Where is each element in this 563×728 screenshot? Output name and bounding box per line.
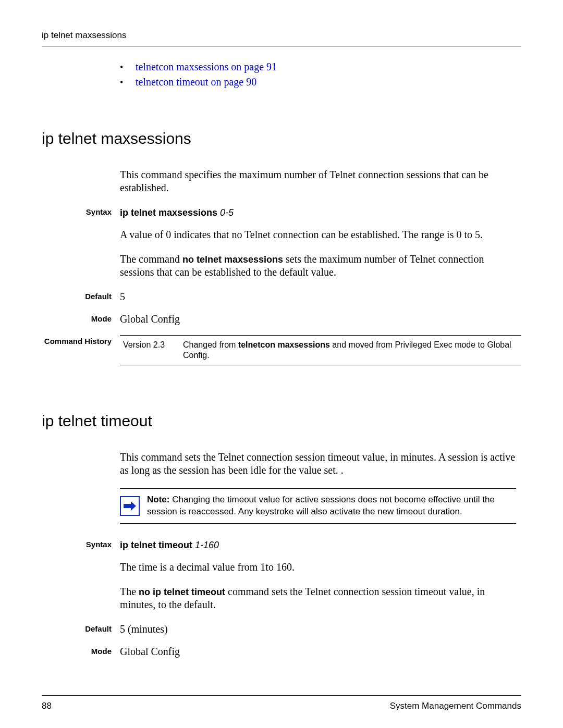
mode-row: Mode Global Config [42, 645, 521, 658]
xref-link-telnetcon-timeout[interactable]: telnetcon timeout on page 90 [136, 76, 256, 88]
section-heading-ip-telnet-maxsessions: ip telnet maxsessions [42, 130, 521, 147]
detail-paragraph: A value of 0 indicates that no Telnet co… [120, 228, 516, 241]
cross-reference-list: • telnetcon maxsessions on page 91 • tel… [120, 61, 521, 88]
command-history-label: Command History [42, 335, 120, 346]
command-history-value: Version 2.3 Changed from telnetcon maxse… [120, 335, 521, 365]
syntax-label: Syntax [42, 538, 120, 549]
default-row: Default 5 [42, 290, 521, 303]
bullet-icon: • [120, 77, 136, 88]
mode-label: Mode [42, 313, 120, 323]
chapter-title: System Management Commands [390, 701, 521, 711]
xref-link-telnetcon-maxsessions[interactable]: telnetcon maxsessions on page 91 [136, 61, 277, 73]
arrow-right-icon [120, 496, 140, 516]
history-table: Version 2.3 Changed from telnetcon maxse… [120, 335, 521, 365]
inline-command: no ip telnet timeout [139, 587, 225, 597]
footer-rule [42, 695, 521, 696]
svg-marker-0 [124, 501, 136, 511]
syntax-argument: 1-160 [195, 540, 219, 550]
intro-paragraph: This command specifies the maximum numbe… [120, 168, 516, 194]
xref-item: • telnetcon maxsessions on page 91 [120, 61, 521, 73]
syntax-argument: 0-5 [220, 207, 234, 218]
note-body: Changing the timeout value for active se… [147, 495, 495, 516]
default-value: 5 [120, 290, 521, 303]
syntax-command: ip telnet timeout [120, 540, 192, 550]
syntax-label: Syntax [42, 206, 120, 216]
text-pre: Changed from [183, 340, 238, 349]
mode-value: Global Config [120, 313, 521, 326]
syntax-value: ip telnet timeout 1-160 [120, 538, 521, 551]
page-body: ip telnet maxsessions • telnetcon maxses… [0, 0, 563, 688]
inline-command: telnetcon maxsessions [238, 340, 330, 349]
command-history-row: Command History Version 2.3 Changed from… [42, 335, 521, 365]
syntax-row: Syntax ip telnet timeout 1-160 [42, 538, 521, 551]
history-version-cell: Version 2.3 [120, 336, 180, 365]
default-row: Default 5 (minutes) [42, 623, 521, 636]
table-row: Version 2.3 Changed from telnetcon maxse… [120, 336, 521, 365]
mode-label: Mode [42, 645, 120, 656]
mode-row: Mode Global Config [42, 313, 521, 326]
bullet-icon: • [120, 62, 136, 73]
syntax-command: ip telnet maxsessions [120, 207, 217, 218]
note-label: Note: [147, 495, 169, 504]
note-box: Note: Changing the timeout value for act… [120, 488, 516, 524]
text-pre: The command [120, 253, 182, 265]
detail-paragraph: The no ip telnet timeout command sets th… [120, 585, 516, 611]
inline-command: no telnet maxsessions [182, 254, 283, 265]
note-text: Note: Changing the timeout value for act… [147, 494, 516, 518]
xref-item: • telnetcon timeout on page 90 [120, 76, 521, 88]
default-value: 5 (minutes) [120, 623, 521, 636]
syntax-value: ip telnet maxsessions 0-5 [120, 206, 521, 219]
detail-paragraph: The command no telnet maxsessions sets t… [120, 253, 516, 279]
text-pre: The [120, 586, 139, 597]
running-header: ip telnet maxsessions [42, 30, 521, 41]
default-label: Default [42, 623, 120, 633]
page-number: 88 [42, 701, 52, 711]
intro-paragraph: This command sets the Telnet connection … [120, 451, 516, 477]
header-rule [42, 46, 521, 46]
history-desc-cell: Changed from telnetcon maxsessions and m… [180, 336, 521, 365]
section-heading-ip-telnet-timeout: ip telnet timeout [42, 412, 521, 430]
syntax-row: Syntax ip telnet maxsessions 0-5 [42, 206, 521, 219]
page-footer: 88 System Management Commands [42, 695, 521, 711]
mode-value: Global Config [120, 645, 521, 658]
detail-paragraph: The time is a decimal value from 1to 160… [120, 561, 516, 574]
default-label: Default [42, 290, 120, 301]
